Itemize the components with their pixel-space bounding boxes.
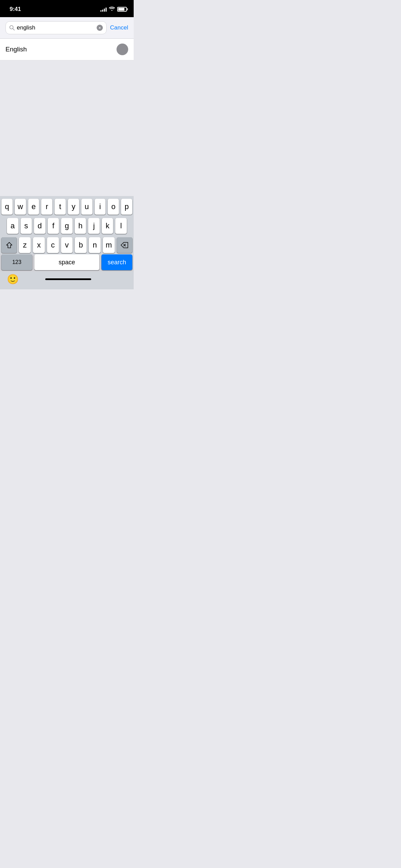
key-n[interactable]: n [89, 237, 101, 253]
key-y[interactable]: y [68, 199, 79, 215]
key-d[interactable]: d [34, 218, 46, 234]
result-toggle-english[interactable] [117, 44, 128, 55]
search-input-wrapper[interactable]: × [5, 21, 107, 34]
battery-icon [117, 7, 127, 12]
key-a[interactable]: a [7, 218, 19, 234]
key-e[interactable]: e [28, 199, 39, 215]
keyboard-bottom-row: 123 space search [0, 254, 134, 272]
key-numbers[interactable]: 123 [1, 254, 32, 270]
search-input[interactable] [17, 24, 95, 31]
key-v[interactable]: v [61, 237, 73, 253]
key-o[interactable]: o [108, 199, 119, 215]
search-icon [9, 25, 15, 31]
key-s[interactable]: s [21, 218, 32, 234]
cancel-button[interactable]: Cancel [110, 24, 128, 31]
keyboard-rows: q w e r t y u i o p a s d f g h j k l [0, 196, 134, 254]
key-h[interactable]: h [75, 218, 86, 234]
key-l[interactable]: l [115, 218, 127, 234]
wifi-icon [109, 7, 115, 12]
content-area [0, 61, 134, 157]
key-g[interactable]: g [61, 218, 73, 234]
key-r[interactable]: r [41, 199, 52, 215]
emoji-bar: 🙂 [0, 272, 134, 289]
key-i[interactable]: i [95, 199, 106, 215]
key-search[interactable]: search [101, 254, 132, 270]
keyboard-row-1: q w e r t y u i o p [1, 199, 132, 215]
search-bar-container: × Cancel [0, 17, 134, 39]
status-icons [100, 7, 127, 12]
key-t[interactable]: t [54, 199, 66, 215]
result-item-english[interactable]: English [0, 39, 134, 60]
key-q[interactable]: q [1, 199, 13, 215]
svg-line-1 [13, 29, 15, 31]
key-j[interactable]: j [88, 218, 100, 234]
signal-icon [100, 7, 107, 12]
key-w[interactable]: w [15, 199, 26, 215]
key-m[interactable]: m [103, 237, 115, 253]
key-k[interactable]: k [102, 218, 113, 234]
home-indicator [45, 278, 91, 280]
emoji-button[interactable]: 🙂 [7, 274, 19, 285]
key-backspace[interactable] [117, 237, 132, 253]
results-area: English [0, 39, 134, 61]
key-x[interactable]: x [33, 237, 45, 253]
keyboard-row-3: z x c v b n m [1, 237, 132, 253]
key-f[interactable]: f [48, 218, 59, 234]
keyboard-row-2: a s d f g h j k l [1, 218, 132, 234]
keyboard: q w e r t y u i o p a s d f g h j k l [0, 196, 134, 289]
key-shift[interactable] [1, 237, 17, 253]
key-space[interactable]: space [34, 254, 99, 270]
key-z[interactable]: z [19, 237, 31, 253]
status-bar: 9:41 [0, 0, 134, 17]
key-c[interactable]: c [47, 237, 59, 253]
key-p[interactable]: p [121, 199, 132, 215]
clear-button[interactable]: × [97, 25, 103, 31]
key-u[interactable]: u [81, 199, 93, 215]
status-time: 9:41 [10, 6, 21, 13]
key-b[interactable]: b [75, 237, 87, 253]
result-label-english: English [5, 46, 27, 53]
